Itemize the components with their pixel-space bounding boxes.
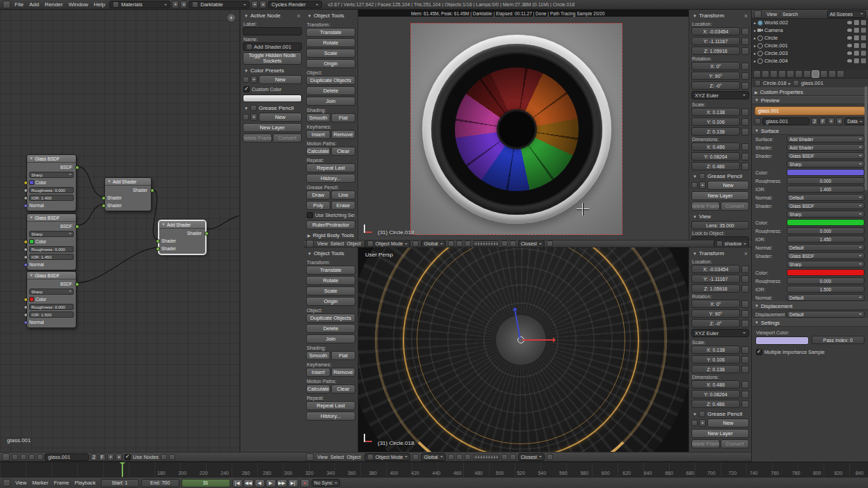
expand-icon[interactable]: ▸ (754, 28, 756, 33)
tool-button[interactable]: Translate (306, 28, 355, 37)
origin-button[interactable]: Origin (306, 297, 355, 306)
playback-button[interactable]: ▶▶ (277, 479, 287, 487)
renderability-icon[interactable] (861, 51, 866, 56)
texture-nodes-icon[interactable] (20, 454, 26, 460)
editor-type-icon[interactable] (306, 453, 314, 461)
renderability-icon[interactable] (861, 43, 866, 48)
tool-button[interactable]: Insert (306, 368, 330, 377)
node-add-shader-2-active[interactable]: ▼Add Shader Shader Shader Shader (159, 220, 206, 254)
outliner-row[interactable]: ▸ Circle.003 (752, 49, 868, 57)
users-count[interactable]: 2 (90, 453, 97, 461)
tool-button[interactable]: Clear (331, 147, 355, 156)
lock-icon[interactable] (741, 38, 749, 45)
editor-type-icon[interactable] (3, 1, 10, 8)
sync-select[interactable]: No Sync (312, 479, 340, 487)
collapse-icon[interactable]: ▼ (755, 304, 759, 308)
record-button[interactable]: ● (300, 479, 310, 487)
playback-button[interactable]: ▶| (288, 479, 298, 487)
gp-delete-frame-button[interactable]: Delete Frame (243, 133, 272, 143)
snap-magnet-icon[interactable] (510, 241, 516, 247)
location-field[interactable]: Y: -1.11167 (691, 37, 740, 45)
close-icon[interactable]: × (297, 13, 300, 19)
property-value[interactable]: 1.450 (787, 236, 865, 243)
color-socket[interactable] (24, 298, 28, 302)
collapse-icon[interactable]: ▼ (755, 320, 759, 325)
orientation-select[interactable]: Global (421, 453, 445, 461)
lock-icon[interactable] (741, 391, 749, 398)
property-value[interactable] (787, 219, 865, 226)
breadcrumb-material[interactable]: glass.001 (801, 80, 823, 86)
ior-socket[interactable] (24, 255, 28, 259)
close-icon[interactable]: × (744, 13, 748, 19)
lock-icon[interactable] (741, 266, 749, 273)
collapse-icon[interactable]: ▼ (107, 179, 111, 184)
selectability-icon[interactable] (854, 28, 859, 33)
renderability-icon[interactable] (861, 58, 866, 63)
rotate-manipulator-icon[interactable] (456, 241, 463, 247)
tool-button[interactable]: Flat (331, 113, 355, 122)
rotation-order-select[interactable]: XYZ Euler (691, 91, 749, 99)
playback-button[interactable]: ▶ (266, 479, 276, 487)
node-name-input[interactable]: Add Shader.001 (243, 42, 302, 51)
frame-end-field[interactable]: End: 700 (141, 479, 179, 487)
property-value[interactable]: 0.000 (787, 227, 865, 234)
property-value[interactable]: Sharp (787, 211, 865, 218)
ior-socket[interactable] (24, 196, 28, 200)
pin-icon[interactable] (161, 454, 167, 460)
dimension-field[interactable]: Y: 0.08264 (691, 152, 740, 161)
shader-input-socket[interactable] (102, 204, 106, 208)
tool-button[interactable]: Line (331, 190, 355, 200)
normal-socket[interactable] (24, 204, 28, 208)
expand-icon[interactable]: ▸ (754, 20, 756, 25)
new-material-button[interactable]: + (107, 453, 114, 461)
renderability-icon[interactable] (861, 35, 866, 40)
tab-data-icon[interactable] (803, 70, 811, 78)
tool-button[interactable]: Smooth (306, 351, 330, 360)
expand-icon[interactable]: ▶ (307, 233, 311, 238)
selectability-icon[interactable] (854, 20, 859, 25)
node-editor-canvas[interactable]: ▼Glass BSDF BSDF Sharp Color Roughness: … (0, 10, 240, 452)
scale-manipulator-icon[interactable] (465, 454, 471, 460)
shader-output-socket[interactable] (204, 231, 209, 236)
browse-material-icon[interactable] (755, 118, 761, 124)
collapse-icon[interactable]: ▼ (29, 215, 33, 220)
tool-button[interactable]: Duplicate Objects (306, 76, 355, 85)
menu-item[interactable]: Select (329, 455, 345, 459)
property-value[interactable]: 0.000 (787, 277, 865, 284)
unlink-material-button[interactable]: × (115, 453, 122, 461)
outliner-row[interactable]: ▸ World.002 (752, 19, 868, 26)
collapse-icon[interactable]: ▼ (29, 156, 33, 161)
color-swatch[interactable] (29, 297, 34, 302)
tab-constraints-icon[interactable] (787, 70, 794, 78)
gp-new-layer-button[interactable]: New Layer (691, 191, 749, 200)
collapse-icon[interactable]: ▼ (307, 14, 312, 18)
outliner-row[interactable]: ▸ Camera (752, 26, 868, 34)
compositing-nodes-icon[interactable] (29, 454, 35, 460)
collapse-icon[interactable]: ▼ (693, 14, 697, 18)
menu-item[interactable]: Object (346, 455, 362, 459)
tool-button[interactable]: Rotate (306, 276, 355, 285)
tool-button[interactable]: Delete (306, 86, 355, 95)
outliner-row[interactable]: ▸ Circle (752, 34, 868, 42)
shader-input-socket[interactable] (156, 247, 160, 251)
menu-item[interactable]: Playback (72, 480, 98, 486)
location-field[interactable]: X: -0.03454 (691, 27, 740, 35)
lock-icon[interactable] (741, 356, 749, 364)
collapse-icon[interactable]: ▼ (755, 98, 759, 102)
users-count[interactable]: 2 (811, 117, 818, 125)
property-value[interactable]: Glass BSDF (787, 252, 865, 259)
tool-button[interactable]: Remove (331, 368, 355, 377)
property-value[interactable]: Glass BSDF (787, 152, 865, 159)
property-value[interactable]: 1.500 (787, 286, 865, 293)
mis-checkbox[interactable] (756, 349, 762, 355)
property-value[interactable]: 0.000 (787, 177, 865, 184)
collapse-icon[interactable]: ▼ (755, 129, 759, 133)
scale-field[interactable]: Z: 0.138 (691, 127, 740, 136)
ior-field[interactable]: IOR: 1.450 (29, 254, 74, 260)
breadcrumb-object[interactable]: Circle.018 (763, 80, 787, 86)
location-field[interactable]: Z: 1.05916 (691, 284, 740, 293)
new-preset-button[interactable]: New (259, 75, 302, 84)
lock-icon[interactable] (741, 366, 749, 373)
gp-delete-frame-button[interactable]: Delete Frame (691, 202, 720, 211)
lock-icon[interactable] (501, 241, 508, 247)
